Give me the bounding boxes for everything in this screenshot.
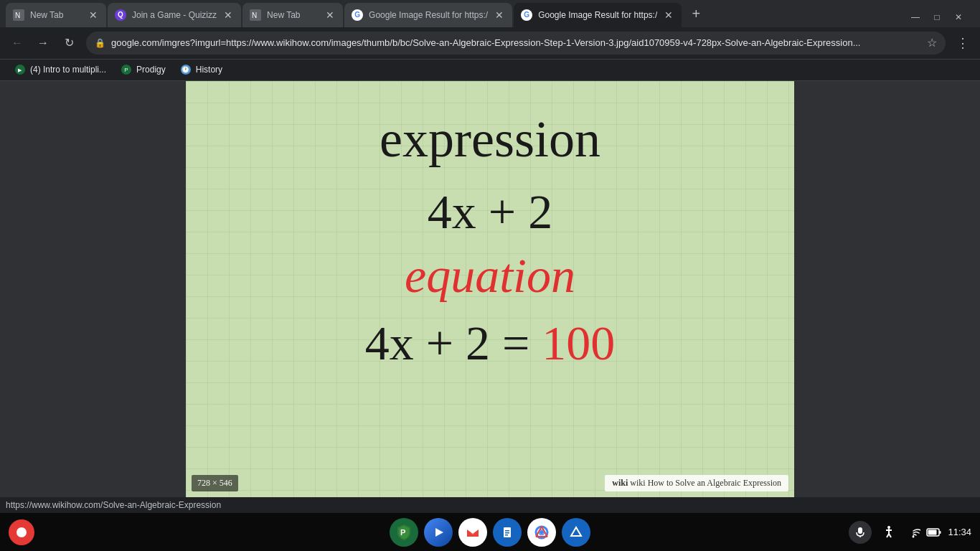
url-bar[interactable]: 🔒 google.com/imgres?imgurl=https://www.w… <box>86 32 946 55</box>
wifi-icon[interactable] <box>906 527 920 538</box>
tab-title-3: New Tab <box>267 10 319 20</box>
svg-line-28 <box>889 534 891 537</box>
svg-rect-9 <box>464 524 481 541</box>
reload-button[interactable]: ↻ <box>57 32 80 55</box>
tab-close-1[interactable]: ✕ <box>88 9 99 21</box>
svg-rect-22 <box>858 527 862 534</box>
bookmark-favicon-3-icon: 🕐 <box>180 64 192 75</box>
equation-black-part: 4x + 2 = <box>365 316 530 370</box>
tab-close-3[interactable]: ✕ <box>324 9 336 21</box>
wikihow-title-text: wiki How to Solve an Algebraic Expressio… <box>630 478 781 488</box>
taskbar-docs-icon[interactable] <box>493 518 522 547</box>
google-favicon-4-icon: G <box>352 9 363 21</box>
tab-quizizz[interactable]: Q Join a Game - Quizizz ✕ <box>108 3 241 27</box>
browser-window: N New Tab ✕ Q Join a Game - Quizizz ✕ N … <box>0 0 980 551</box>
tab-google-image-4[interactable]: G Google Image Result for https:/ ✕ <box>344 3 512 27</box>
bookmark-favicon-2-icon: P <box>121 64 132 75</box>
svg-rect-14 <box>505 534 508 536</box>
tab-favicon-3: N <box>250 9 261 21</box>
svg-rect-32 <box>940 531 941 534</box>
wikihow-image: expression 4x + 2 equation 4x + 2 = 100 … <box>186 81 794 497</box>
taskbar-prodigy-icon[interactable]: P <box>390 518 418 547</box>
expression-equation: 4x + 2 <box>428 184 552 240</box>
screen-record-button[interactable] <box>9 519 34 545</box>
svg-text:N: N <box>15 11 20 19</box>
tab-title-4: Google Image Result for https:/ <box>369 10 488 20</box>
more-options-button[interactable]: ⋮ <box>951 32 974 55</box>
bookmark-label-1: (4) Intro to multipli... <box>30 65 106 75</box>
window-controls: — □ ✕ <box>905 7 974 27</box>
image-container: expression 4x + 2 equation 4x + 2 = 100 … <box>186 81 794 497</box>
tab-favicon-2: Q <box>115 9 126 21</box>
battery-icon[interactable] <box>926 527 942 537</box>
minimize-button[interactable]: — <box>905 7 925 27</box>
tab-favicon-1: N <box>13 9 24 21</box>
svg-rect-12 <box>505 530 509 532</box>
tab-close-4[interactable]: ✕ <box>494 9 505 21</box>
google-favicon-5-icon: G <box>521 9 532 21</box>
bookmark-history[interactable]: 🕐 History <box>174 61 228 78</box>
back-button[interactable]: ← <box>6 32 29 55</box>
main-content-area: expression 4x + 2 equation 4x + 2 = 100 … <box>0 81 980 497</box>
tab-title-2: Join a Game - Quizizz <box>132 10 217 20</box>
new-tab-button[interactable]: + <box>686 4 706 24</box>
tab-favicon-5: G <box>521 9 532 21</box>
wiki-bold-text: wiki <box>612 478 630 488</box>
image-size-badge: 728 × 546 <box>192 475 238 491</box>
bookmark-label-3: History <box>196 65 222 75</box>
taskbar-chrome-icon[interactable] <box>527 518 556 547</box>
bookmark-label-2: Prodigy <box>136 65 166 75</box>
tab-new-tab-1[interactable]: N New Tab ✕ <box>6 3 106 27</box>
tab-google-image-5[interactable]: G Google Image Result for https:/ ✕ <box>514 3 682 27</box>
accessibility-icon[interactable] <box>877 521 900 544</box>
mic-button[interactable] <box>849 521 872 544</box>
tab-title-5: Google Image Result for https:/ <box>538 10 657 20</box>
url-text: google.com/imgres?imgurl=https://www.wik… <box>111 37 921 48</box>
address-bar: ← → ↻ 🔒 google.com/imgres?imgurl=https:/… <box>0 27 980 60</box>
bookmark-intro-multipli[interactable]: ▶ (4) Intro to multipli... <box>9 61 112 78</box>
svg-text:P: P <box>400 528 405 537</box>
tab-title-1: New Tab <box>30 10 82 20</box>
wikihow-badge: wiki wiki How to Solve an Algebraic Expr… <box>605 475 788 491</box>
taskbar-left-area <box>9 519 34 545</box>
bookmarks-bar: ▶ (4) Intro to multipli... P Prodigy 🕐 H… <box>0 60 980 81</box>
svg-rect-13 <box>505 532 509 534</box>
bookmark-prodigy[interactable]: P Prodigy <box>115 61 171 78</box>
svg-rect-31 <box>928 529 937 534</box>
full-equation: 4x + 2 = 100 <box>365 315 616 372</box>
close-button[interactable]: ✕ <box>948 7 969 27</box>
status-bar: https://www.wikihow.com/Solve-an-Algebra… <box>0 497 980 514</box>
bookmark-star-icon[interactable]: ☆ <box>927 36 937 50</box>
taskbar-drive-icon[interactable] <box>562 518 590 547</box>
svg-point-18 <box>540 530 544 534</box>
tab-close-2[interactable]: ✕ <box>222 9 234 21</box>
equation-word: equation <box>405 248 575 304</box>
lock-icon: 🔒 <box>95 38 105 48</box>
record-dot-icon <box>17 527 27 537</box>
expression-word: expression <box>380 110 600 169</box>
taskbar-gmail-icon[interactable] <box>458 518 487 547</box>
svg-point-24 <box>887 526 890 529</box>
taskbar-apps: P <box>390 518 590 547</box>
tab-close-5[interactable]: ✕ <box>663 9 674 21</box>
tab-favicon-4: G <box>352 9 363 21</box>
svg-point-29 <box>913 535 915 537</box>
status-url-text: https://www.wikihow.com/Solve-an-Algebra… <box>6 500 974 510</box>
forward-button[interactable]: → <box>32 32 55 55</box>
tab-bar: N New Tab ✕ Q Join a Game - Quizizz ✕ N … <box>0 0 980 27</box>
equation-red-part: 100 <box>542 316 615 370</box>
svg-text:N: N <box>252 11 257 19</box>
bookmark-favicon-1-icon: ▶ <box>14 64 26 75</box>
quizizz-favicon-icon: Q <box>115 9 126 21</box>
tab-new-tab-3[interactable]: N New Tab ✕ <box>242 3 343 27</box>
taskbar-right-area: 11:34 <box>849 521 971 544</box>
taskbar-play-icon[interactable] <box>424 518 453 547</box>
maximize-button[interactable]: □ <box>927 7 947 27</box>
taskbar: P <box>0 513 980 551</box>
taskbar-time: 11:34 <box>948 527 971 537</box>
